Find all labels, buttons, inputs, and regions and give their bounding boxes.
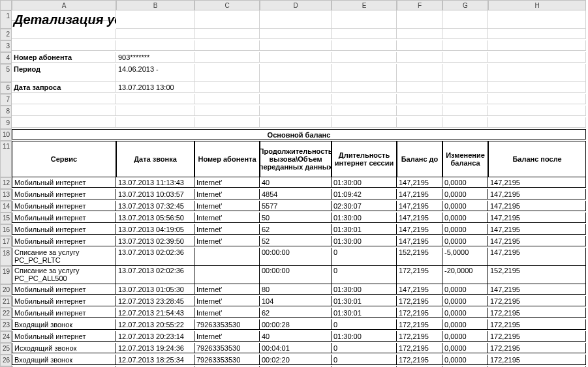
empty-cell[interactable] xyxy=(332,64,397,82)
row-header[interactable]: 12 xyxy=(0,177,12,189)
row-header[interactable]: 11 xyxy=(0,141,12,177)
row-header[interactable]: 15 xyxy=(0,213,12,224)
data-cell[interactable]: 147,2195 xyxy=(488,236,586,246)
data-cell[interactable]: 13.07.2013 10:03:57 xyxy=(116,189,194,199)
data-cell[interactable]: 0,0000 xyxy=(442,296,488,306)
data-cell[interactable]: 152,2195 xyxy=(488,266,586,284)
data-cell[interactable]: 0,0000 xyxy=(442,308,488,318)
table-header[interactable]: Баланс до xyxy=(397,141,442,177)
data-cell[interactable]: 147,2195 xyxy=(488,177,586,188)
empty-cell[interactable] xyxy=(488,64,586,82)
service-cell[interactable]: Мобильный интернет xyxy=(12,177,116,188)
col-header[interactable]: B xyxy=(116,0,194,10)
col-header[interactable]: D xyxy=(260,0,332,10)
service-cell[interactable]: Входящий звонок xyxy=(12,319,116,330)
data-cell[interactable]: 00:04:01 xyxy=(260,343,332,353)
data-cell[interactable]: 13.07.2013 07:32:45 xyxy=(116,201,194,211)
data-cell[interactable]: 172,2195 xyxy=(488,355,586,365)
service-cell[interactable]: Мобильный интернет xyxy=(12,189,116,199)
data-cell[interactable]: 172,2195 xyxy=(488,296,586,306)
empty-cell[interactable] xyxy=(194,82,260,93)
empty-cell[interactable] xyxy=(194,117,260,128)
empty-cell[interactable] xyxy=(397,10,442,29)
empty-cell[interactable] xyxy=(194,29,260,39)
data-cell[interactable]: 13.07.2013 02:02:36 xyxy=(116,248,194,266)
data-cell[interactable]: 0,0000 xyxy=(442,319,488,330)
data-cell[interactable]: 79263353530 xyxy=(194,319,260,330)
data-cell[interactable]: 152,2195 xyxy=(397,248,442,266)
empty-cell[interactable] xyxy=(116,117,194,128)
data-cell[interactable]: Internet' xyxy=(194,331,260,342)
service-cell[interactable]: Входящий звонок xyxy=(12,355,116,365)
data-cell[interactable]: 13.07.2013 05:56:50 xyxy=(116,213,194,223)
table-header[interactable]: Продолжительность вызова\Объем переданны… xyxy=(260,141,332,177)
data-cell[interactable]: 0 xyxy=(332,355,397,365)
data-cell[interactable]: -20,0000 xyxy=(442,266,488,284)
empty-cell[interactable] xyxy=(12,117,116,128)
data-cell[interactable]: 172,2195 xyxy=(397,296,442,306)
empty-cell[interactable] xyxy=(442,40,488,51)
data-cell[interactable]: 52 xyxy=(260,236,332,246)
col-header[interactable]: A xyxy=(12,0,116,10)
data-cell[interactable]: 12.07.2013 20:23:14 xyxy=(116,331,194,342)
row-header[interactable]: 2 xyxy=(0,29,12,40)
empty-cell[interactable] xyxy=(260,117,332,128)
data-cell[interactable]: 01:30:00 xyxy=(332,213,397,223)
empty-cell[interactable] xyxy=(116,94,194,104)
empty-cell[interactable] xyxy=(12,94,116,104)
empty-cell[interactable] xyxy=(397,52,442,63)
empty-cell[interactable] xyxy=(397,94,442,104)
col-header[interactable]: F xyxy=(397,0,442,10)
data-cell[interactable]: 00:00:00 xyxy=(260,266,332,284)
empty-cell[interactable] xyxy=(194,64,260,82)
empty-cell[interactable] xyxy=(12,106,116,116)
table-header[interactable]: Дата звонка xyxy=(116,141,194,177)
data-cell[interactable]: 50 xyxy=(260,213,332,223)
data-cell[interactable]: 147,2195 xyxy=(397,201,442,211)
data-cell[interactable]: 0 xyxy=(332,319,397,330)
empty-cell[interactable] xyxy=(442,117,488,128)
empty-cell[interactable] xyxy=(442,106,488,116)
data-cell[interactable]: 104 xyxy=(260,296,332,306)
data-cell[interactable]: 01:30:00 xyxy=(332,177,397,188)
row-header[interactable]: 21 xyxy=(0,296,12,308)
service-cell[interactable]: Исходящий звонок xyxy=(12,343,116,353)
data-cell[interactable]: 00:00:28 xyxy=(260,319,332,330)
data-cell[interactable]: 172,2195 xyxy=(397,266,442,284)
empty-cell[interactable] xyxy=(442,29,488,39)
data-cell[interactable]: 13.07.2013 04:19:05 xyxy=(116,224,194,235)
empty-cell[interactable] xyxy=(194,106,260,116)
empty-cell[interactable] xyxy=(194,10,260,29)
data-cell[interactable]: 147,2195 xyxy=(397,177,442,188)
data-cell[interactable]: 0,0000 xyxy=(442,224,488,235)
data-cell[interactable]: Internet' xyxy=(194,284,260,295)
data-cell[interactable]: 147,2195 xyxy=(488,248,586,266)
row-header[interactable]: 9 xyxy=(0,117,12,129)
empty-cell[interactable] xyxy=(260,106,332,116)
col-header[interactable]: C xyxy=(194,0,260,10)
data-cell[interactable]: 0 xyxy=(332,343,397,353)
empty-cell[interactable] xyxy=(442,52,488,63)
data-cell[interactable]: 147,2195 xyxy=(397,224,442,235)
empty-cell[interactable] xyxy=(260,64,332,82)
row-header[interactable]: 25 xyxy=(0,343,12,355)
empty-cell[interactable] xyxy=(488,106,586,116)
data-cell[interactable]: 0,0000 xyxy=(442,189,488,199)
empty-cell[interactable] xyxy=(332,10,397,29)
row-header[interactable]: 6 xyxy=(0,82,12,94)
data-cell[interactable]: 172,2195 xyxy=(488,308,586,318)
row-header[interactable]: 24 xyxy=(0,331,12,343)
data-cell[interactable]: 01:30:01 xyxy=(332,308,397,318)
data-cell[interactable]: 62 xyxy=(260,224,332,235)
row-header[interactable]: 23 xyxy=(0,319,12,331)
row-header[interactable]: 22 xyxy=(0,308,12,319)
data-cell[interactable]: 172,2195 xyxy=(488,331,586,342)
data-cell[interactable]: 80 xyxy=(260,284,332,295)
data-cell[interactable]: Internet' xyxy=(194,296,260,306)
empty-cell[interactable] xyxy=(442,64,488,82)
empty-cell[interactable] xyxy=(260,82,332,93)
empty-cell[interactable] xyxy=(12,40,116,51)
table-header[interactable]: Изменение баланса xyxy=(442,141,488,177)
row-header[interactable]: 18 xyxy=(0,248,12,266)
empty-cell[interactable] xyxy=(397,64,442,82)
